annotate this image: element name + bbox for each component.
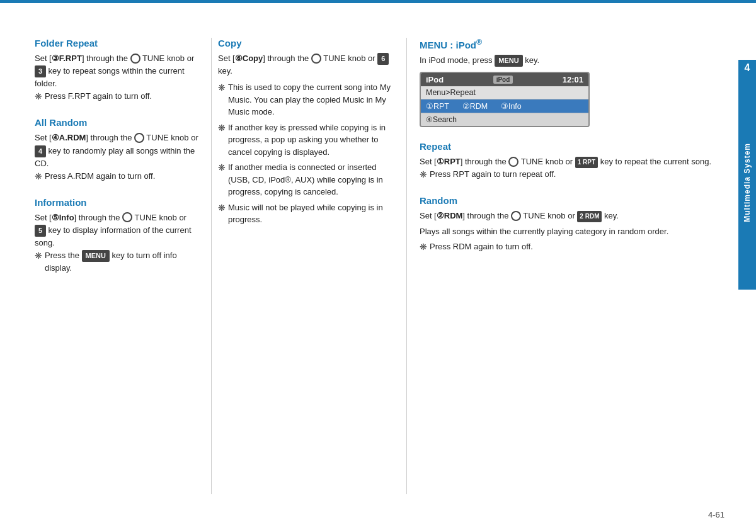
bullet-5-icon: ❋: [218, 122, 226, 159]
side-chapter-tab: Multimedia System: [738, 76, 756, 290]
section-repeat: Repeat Set [①RPT] through the TUNE knob …: [420, 141, 728, 181]
page-number: 4-61: [708, 510, 724, 519]
top-rule: [0, 3, 756, 3]
main-content: Folder Repeat Set [③F.RPT] through the T…: [35, 38, 728, 494]
section-folder-repeat: Folder Repeat Set [③F.RPT] through the T…: [35, 38, 198, 103]
information-title: Information: [35, 197, 198, 208]
menu-ipod-body: In iPod mode, press MENU key.: [420, 54, 728, 67]
all-random-title: All Random: [35, 117, 198, 128]
side-chapter-number: 4: [738, 60, 756, 76]
random-title: Random: [420, 195, 728, 206]
ipod-screen: iPod iPod 12:01 Menu>Repeat ①RPT ②RDM ③I…: [420, 72, 590, 127]
bullet-4-icon: ❋: [218, 81, 226, 118]
copy-title: Copy: [218, 38, 394, 48]
ipod-info-label: ③Info: [501, 102, 522, 111]
ipod-search-row: ④Search: [421, 113, 588, 126]
columns-layout: Folder Repeat Set [③F.RPT] through the T…: [35, 38, 728, 494]
bullet-9-icon: ❋: [420, 241, 427, 254]
folder-repeat-note: ❋ Press F.RPT again to turn off.: [35, 90, 198, 103]
menu-badge-info: MENU: [82, 250, 110, 262]
bullet-2-icon: ❋: [35, 170, 42, 183]
copy-note-4: ❋ Music will not be played while copying…: [218, 201, 394, 226]
ipod-rdm-label: ②RDM: [462, 102, 488, 111]
copy-note-3: ❋ If another media is connected or inser…: [218, 161, 394, 198]
right-column: MENU : iPod® In iPod mode, press MENU ke…: [406, 38, 728, 494]
ipod-menu-repeat-row: Menu>Repeat: [421, 86, 588, 99]
information-note: ❋ Press the MENU key to turn off info di…: [35, 249, 198, 274]
left-column: Folder Repeat Set [③F.RPT] through the T…: [35, 38, 211, 494]
tune-knob-icon: [130, 54, 140, 64]
menu-ipod-title: MENU : iPod®: [420, 38, 728, 50]
random-body-2: Plays all songs within the currently pla…: [420, 225, 728, 238]
tune-knob-3-icon: [122, 212, 132, 222]
tune-knob-5-icon: [508, 157, 518, 167]
bullet-icon: ❋: [35, 90, 42, 103]
copy-note-1: ❋ This is used to copy the current song …: [218, 81, 394, 118]
ipod-header-label: iPod: [426, 75, 444, 84]
ipod-rpt-label: ①RPT: [426, 102, 449, 111]
all-random-body: Set [④A.RDM] through the TUNE knob or 4 …: [35, 132, 198, 169]
tune-knob-6-icon: [511, 211, 521, 221]
bullet-3-icon: ❋: [35, 249, 42, 274]
tune-knob-2-icon: [134, 133, 144, 143]
random-body: Set [②RDM] through the TUNE knob or 2 RD…: [420, 210, 728, 222]
random-note: ❋ Press RDM again to turn off.: [420, 241, 728, 254]
key-rpt-badge: 1 RPT: [575, 157, 598, 168]
key-3-badge: 3: [35, 65, 46, 77]
repeat-title: Repeat: [420, 141, 728, 152]
section-menu-ipod: MENU : iPod® In iPod mode, press MENU ke…: [420, 38, 728, 127]
copy-note-2: ❋ If another key is pressed while copyin…: [218, 122, 394, 159]
bullet-8-icon: ❋: [420, 168, 427, 181]
key-4-badge: 4: [35, 145, 46, 157]
menu-badge-ipod: MENU: [495, 55, 522, 67]
copy-body: Set [⑥Copy] through the TUNE knob or 6 k…: [218, 52, 394, 77]
bullet-6-icon: ❋: [218, 161, 226, 198]
section-information: Information Set [⑤Info] through the TUNE…: [35, 197, 198, 274]
repeat-note: ❋ Press RPT again to turn repeat off.: [420, 168, 728, 181]
section-copy: Copy Set [⑥Copy] through the TUNE knob o…: [218, 38, 394, 226]
ipod-time: 12:01: [563, 75, 583, 84]
all-random-note: ❋ Press A.RDM again to turn off.: [35, 170, 198, 183]
key-5-badge: 5: [35, 225, 46, 237]
ipod-header: iPod iPod 12:01: [421, 73, 588, 86]
section-all-random: All Random Set [④A.RDM] through the TUNE…: [35, 117, 198, 183]
folder-repeat-title: Folder Repeat: [35, 38, 198, 48]
information-body: Set [⑤Info] through the TUNE knob or 5 k…: [35, 212, 198, 249]
middle-column: Copy Set [⑥Copy] through the TUNE knob o…: [211, 38, 406, 494]
key-6-badge: 6: [377, 53, 389, 65]
ipod-brand-badge: iPod: [493, 76, 513, 84]
repeat-body: Set [①RPT] through the TUNE knob or 1 RP…: [420, 156, 728, 168]
bullet-7-icon: ❋: [218, 201, 226, 226]
folder-repeat-body: Set [③F.RPT] through the TUNE knob or 3 …: [35, 52, 198, 90]
tune-knob-4-icon: [311, 54, 321, 64]
ipod-rpt-row: ①RPT ②RDM ③Info: [421, 99, 588, 113]
section-random: Random Set [②RDM] through the TUNE knob …: [420, 195, 728, 253]
key-rdm-badge: 2 RDM: [577, 211, 602, 222]
